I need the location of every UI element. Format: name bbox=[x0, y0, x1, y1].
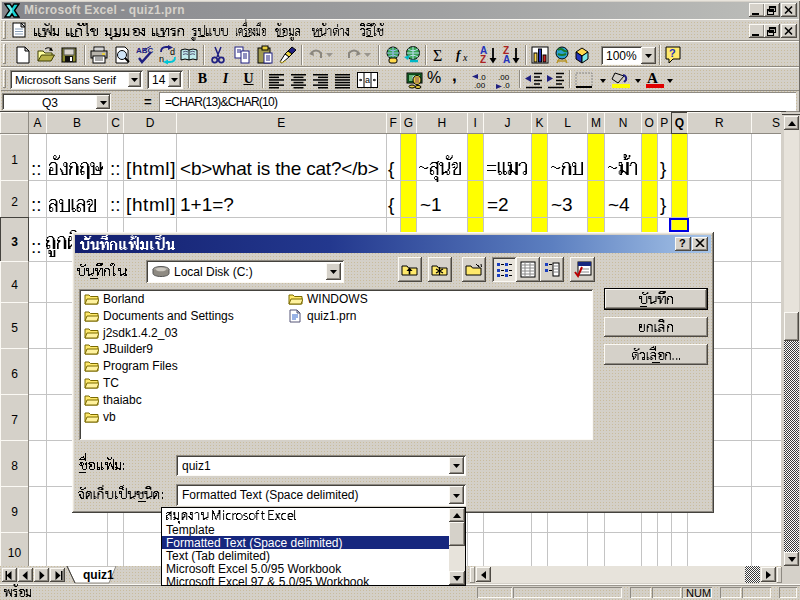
svg-text:n: n bbox=[159, 54, 164, 64]
svg-text:f: f bbox=[456, 47, 462, 62]
svg-text:.00: .00 bbox=[474, 81, 486, 90]
svg-text:a: a bbox=[365, 75, 370, 85]
svg-text:x: x bbox=[462, 52, 468, 63]
svg-text:Z: Z bbox=[480, 54, 486, 65]
svg-text:Σ: Σ bbox=[433, 47, 442, 64]
svg-text:A: A bbox=[647, 70, 658, 86]
svg-text:d: d bbox=[170, 47, 175, 57]
svg-text:.0: .0 bbox=[503, 81, 510, 90]
svg-text:A: A bbox=[503, 54, 510, 65]
svg-text:?: ? bbox=[669, 47, 676, 59]
